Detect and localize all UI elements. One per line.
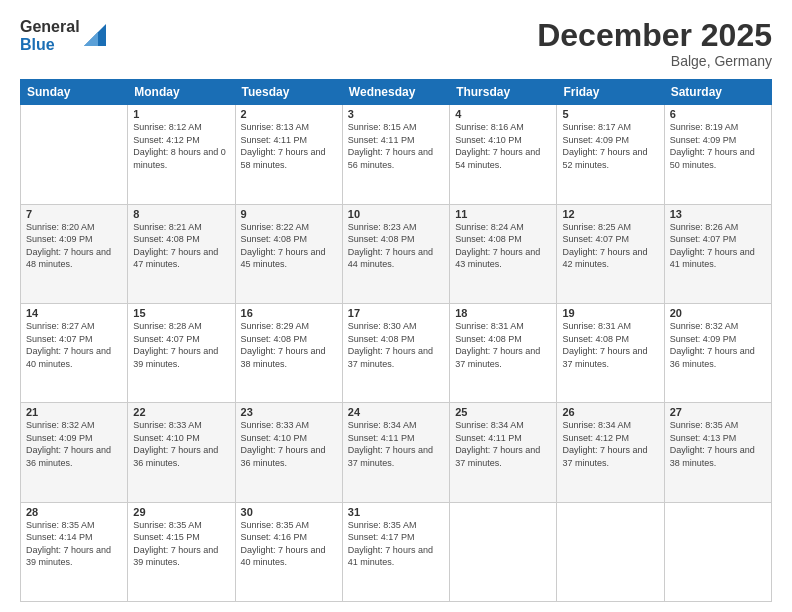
calendar-header-friday: Friday bbox=[557, 80, 664, 105]
day-number: 18 bbox=[455, 307, 551, 319]
calendar-header-wednesday: Wednesday bbox=[342, 80, 449, 105]
day-info: Sunrise: 8:17 AMSunset: 4:09 PMDaylight:… bbox=[562, 121, 658, 171]
day-number: 28 bbox=[26, 506, 122, 518]
day-info: Sunrise: 8:32 AMSunset: 4:09 PMDaylight:… bbox=[26, 419, 122, 469]
day-info: Sunrise: 8:31 AMSunset: 4:08 PMDaylight:… bbox=[562, 320, 658, 370]
day-number: 16 bbox=[241, 307, 337, 319]
day-info: Sunrise: 8:16 AMSunset: 4:10 PMDaylight:… bbox=[455, 121, 551, 171]
day-number: 14 bbox=[26, 307, 122, 319]
day-number: 6 bbox=[670, 108, 766, 120]
calendar-cell bbox=[21, 105, 128, 204]
calendar-cell: 14Sunrise: 8:27 AMSunset: 4:07 PMDayligh… bbox=[21, 303, 128, 402]
day-info: Sunrise: 8:33 AMSunset: 4:10 PMDaylight:… bbox=[133, 419, 229, 469]
calendar-cell: 4Sunrise: 8:16 AMSunset: 4:10 PMDaylight… bbox=[450, 105, 557, 204]
calendar-cell: 12Sunrise: 8:25 AMSunset: 4:07 PMDayligh… bbox=[557, 204, 664, 303]
calendar-cell: 20Sunrise: 8:32 AMSunset: 4:09 PMDayligh… bbox=[664, 303, 771, 402]
day-info: Sunrise: 8:35 AMSunset: 4:14 PMDaylight:… bbox=[26, 519, 122, 569]
calendar-week-row: 28Sunrise: 8:35 AMSunset: 4:14 PMDayligh… bbox=[21, 502, 772, 601]
day-info: Sunrise: 8:33 AMSunset: 4:10 PMDaylight:… bbox=[241, 419, 337, 469]
day-info: Sunrise: 8:35 AMSunset: 4:13 PMDaylight:… bbox=[670, 419, 766, 469]
logo-icon bbox=[84, 24, 106, 46]
calendar-cell: 21Sunrise: 8:32 AMSunset: 4:09 PMDayligh… bbox=[21, 403, 128, 502]
calendar-cell: 2Sunrise: 8:13 AMSunset: 4:11 PMDaylight… bbox=[235, 105, 342, 204]
day-number: 15 bbox=[133, 307, 229, 319]
day-number: 19 bbox=[562, 307, 658, 319]
day-number: 30 bbox=[241, 506, 337, 518]
calendar-week-row: 1Sunrise: 8:12 AMSunset: 4:12 PMDaylight… bbox=[21, 105, 772, 204]
logo-blue: Blue bbox=[20, 36, 80, 54]
calendar-week-row: 21Sunrise: 8:32 AMSunset: 4:09 PMDayligh… bbox=[21, 403, 772, 502]
day-number: 17 bbox=[348, 307, 444, 319]
day-number: 27 bbox=[670, 406, 766, 418]
day-number: 23 bbox=[241, 406, 337, 418]
calendar-cell bbox=[664, 502, 771, 601]
day-info: Sunrise: 8:34 AMSunset: 4:11 PMDaylight:… bbox=[348, 419, 444, 469]
page: General Blue December 2025 Balge, German… bbox=[0, 0, 792, 612]
day-number: 11 bbox=[455, 208, 551, 220]
calendar-header-sunday: Sunday bbox=[21, 80, 128, 105]
calendar-header-row: SundayMondayTuesdayWednesdayThursdayFrid… bbox=[21, 80, 772, 105]
calendar-header-tuesday: Tuesday bbox=[235, 80, 342, 105]
day-number: 25 bbox=[455, 406, 551, 418]
day-number: 10 bbox=[348, 208, 444, 220]
day-info: Sunrise: 8:24 AMSunset: 4:08 PMDaylight:… bbox=[455, 221, 551, 271]
calendar-cell: 19Sunrise: 8:31 AMSunset: 4:08 PMDayligh… bbox=[557, 303, 664, 402]
day-info: Sunrise: 8:29 AMSunset: 4:08 PMDaylight:… bbox=[241, 320, 337, 370]
day-info: Sunrise: 8:20 AMSunset: 4:09 PMDaylight:… bbox=[26, 221, 122, 271]
day-info: Sunrise: 8:35 AMSunset: 4:17 PMDaylight:… bbox=[348, 519, 444, 569]
calendar-cell: 11Sunrise: 8:24 AMSunset: 4:08 PMDayligh… bbox=[450, 204, 557, 303]
day-info: Sunrise: 8:19 AMSunset: 4:09 PMDaylight:… bbox=[670, 121, 766, 171]
day-info: Sunrise: 8:21 AMSunset: 4:08 PMDaylight:… bbox=[133, 221, 229, 271]
calendar-cell: 26Sunrise: 8:34 AMSunset: 4:12 PMDayligh… bbox=[557, 403, 664, 502]
day-number: 13 bbox=[670, 208, 766, 220]
day-info: Sunrise: 8:28 AMSunset: 4:07 PMDaylight:… bbox=[133, 320, 229, 370]
day-info: Sunrise: 8:34 AMSunset: 4:11 PMDaylight:… bbox=[455, 419, 551, 469]
day-info: Sunrise: 8:13 AMSunset: 4:11 PMDaylight:… bbox=[241, 121, 337, 171]
calendar-cell: 1Sunrise: 8:12 AMSunset: 4:12 PMDaylight… bbox=[128, 105, 235, 204]
day-info: Sunrise: 8:27 AMSunset: 4:07 PMDaylight:… bbox=[26, 320, 122, 370]
calendar-cell: 27Sunrise: 8:35 AMSunset: 4:13 PMDayligh… bbox=[664, 403, 771, 502]
calendar-cell: 13Sunrise: 8:26 AMSunset: 4:07 PMDayligh… bbox=[664, 204, 771, 303]
day-info: Sunrise: 8:35 AMSunset: 4:16 PMDaylight:… bbox=[241, 519, 337, 569]
calendar-header-monday: Monday bbox=[128, 80, 235, 105]
day-number: 2 bbox=[241, 108, 337, 120]
day-info: Sunrise: 8:35 AMSunset: 4:15 PMDaylight:… bbox=[133, 519, 229, 569]
calendar-cell: 31Sunrise: 8:35 AMSunset: 4:17 PMDayligh… bbox=[342, 502, 449, 601]
calendar-cell: 6Sunrise: 8:19 AMSunset: 4:09 PMDaylight… bbox=[664, 105, 771, 204]
day-info: Sunrise: 8:32 AMSunset: 4:09 PMDaylight:… bbox=[670, 320, 766, 370]
calendar-header-thursday: Thursday bbox=[450, 80, 557, 105]
calendar-cell: 8Sunrise: 8:21 AMSunset: 4:08 PMDaylight… bbox=[128, 204, 235, 303]
calendar-table: SundayMondayTuesdayWednesdayThursdayFrid… bbox=[20, 79, 772, 602]
location: Balge, Germany bbox=[537, 53, 772, 69]
calendar-cell: 7Sunrise: 8:20 AMSunset: 4:09 PMDaylight… bbox=[21, 204, 128, 303]
day-info: Sunrise: 8:26 AMSunset: 4:07 PMDaylight:… bbox=[670, 221, 766, 271]
day-number: 22 bbox=[133, 406, 229, 418]
day-number: 3 bbox=[348, 108, 444, 120]
logo-text: General Blue bbox=[20, 18, 80, 53]
day-number: 12 bbox=[562, 208, 658, 220]
calendar-cell: 28Sunrise: 8:35 AMSunset: 4:14 PMDayligh… bbox=[21, 502, 128, 601]
day-info: Sunrise: 8:25 AMSunset: 4:07 PMDaylight:… bbox=[562, 221, 658, 271]
day-number: 24 bbox=[348, 406, 444, 418]
day-number: 4 bbox=[455, 108, 551, 120]
calendar-cell: 16Sunrise: 8:29 AMSunset: 4:08 PMDayligh… bbox=[235, 303, 342, 402]
calendar-cell bbox=[557, 502, 664, 601]
day-info: Sunrise: 8:12 AMSunset: 4:12 PMDaylight:… bbox=[133, 121, 229, 171]
day-number: 29 bbox=[133, 506, 229, 518]
day-info: Sunrise: 8:22 AMSunset: 4:08 PMDaylight:… bbox=[241, 221, 337, 271]
calendar-cell: 3Sunrise: 8:15 AMSunset: 4:11 PMDaylight… bbox=[342, 105, 449, 204]
day-number: 7 bbox=[26, 208, 122, 220]
day-info: Sunrise: 8:23 AMSunset: 4:08 PMDaylight:… bbox=[348, 221, 444, 271]
calendar-cell: 17Sunrise: 8:30 AMSunset: 4:08 PMDayligh… bbox=[342, 303, 449, 402]
calendar-cell: 22Sunrise: 8:33 AMSunset: 4:10 PMDayligh… bbox=[128, 403, 235, 502]
day-number: 8 bbox=[133, 208, 229, 220]
calendar-cell: 30Sunrise: 8:35 AMSunset: 4:16 PMDayligh… bbox=[235, 502, 342, 601]
calendar-cell bbox=[450, 502, 557, 601]
day-number: 20 bbox=[670, 307, 766, 319]
calendar-cell: 25Sunrise: 8:34 AMSunset: 4:11 PMDayligh… bbox=[450, 403, 557, 502]
calendar-cell: 10Sunrise: 8:23 AMSunset: 4:08 PMDayligh… bbox=[342, 204, 449, 303]
day-number: 5 bbox=[562, 108, 658, 120]
calendar-week-row: 14Sunrise: 8:27 AMSunset: 4:07 PMDayligh… bbox=[21, 303, 772, 402]
day-number: 26 bbox=[562, 406, 658, 418]
day-info: Sunrise: 8:34 AMSunset: 4:12 PMDaylight:… bbox=[562, 419, 658, 469]
